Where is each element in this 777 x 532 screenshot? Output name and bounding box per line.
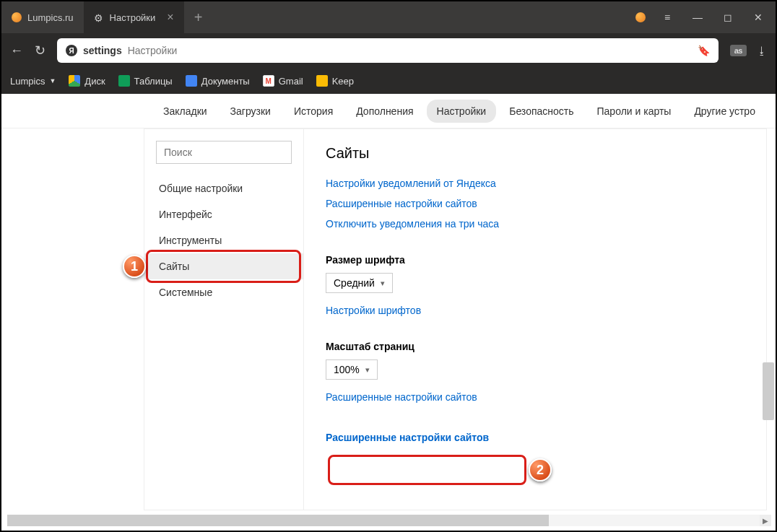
nav-downloads[interactable]: Загрузки: [220, 100, 281, 123]
window-titlebar: Lumpics.ru Настройки × + ≡ — ◻ ✕: [1, 1, 776, 33]
zoom-select[interactable]: 100%: [326, 359, 378, 380]
sidebar-item-general[interactable]: Общие настройки: [144, 175, 303, 201]
font-size-label: Размер шрифта: [326, 254, 745, 266]
sidebar-search[interactable]: [156, 141, 292, 164]
zoom-label: Масштаб страниц: [326, 341, 745, 352]
font-size-value: Средний: [334, 277, 375, 289]
zoom-value: 100%: [334, 364, 360, 375]
window-maximize-icon[interactable]: ◻: [719, 12, 737, 23]
tab-close-icon[interactable]: ×: [167, 11, 173, 24]
bookmark-label: Документы: [201, 76, 250, 87]
drive-icon: [69, 75, 80, 87]
bookmark-docs[interactable]: Документы: [186, 75, 250, 87]
nav-passwords[interactable]: Пароли и карты: [587, 100, 682, 123]
nav-bookmarks[interactable]: Закладки: [153, 100, 217, 123]
lastfm-extension-icon[interactable]: as: [730, 45, 747, 56]
settings-main-panel: Сайты Настройки уведомлений от Яндекса Р…: [304, 128, 767, 510]
gear-icon: [94, 12, 104, 22]
link-disable-notifications[interactable]: Отключить уведомления на три часа: [326, 214, 745, 234]
link-yandex-notifications[interactable]: Настройки уведомлений от Яндекса: [326, 173, 745, 193]
reload-button-icon[interactable]: ↻: [35, 43, 45, 58]
tab-settings[interactable]: Настройки ×: [84, 1, 184, 33]
downloads-icon[interactable]: ⭳: [757, 45, 767, 56]
nav-addons[interactable]: Дополнения: [346, 100, 423, 123]
link-font-settings[interactable]: Настройки шрифтов: [326, 300, 745, 320]
content-area: Общие настройки Интерфейс Инструменты Са…: [10, 128, 767, 510]
section-heading: Сайты: [326, 145, 745, 162]
sheets-icon: [118, 75, 130, 87]
tab-lumpics[interactable]: Lumpics.ru: [1, 1, 84, 33]
link-advanced-site-settings-top[interactable]: Расширенные настройки сайтов: [326, 193, 745, 214]
bookmark-label: Lumpics: [10, 76, 45, 87]
docs-icon: [186, 75, 197, 87]
bookmark-label: Таблицы: [134, 76, 173, 87]
sidebar-item-interface[interactable]: Интерфейс: [144, 201, 303, 227]
bookmark-label: Диск: [84, 76, 105, 87]
new-tab-button[interactable]: +: [184, 9, 213, 26]
link-advanced-site-settings-bold[interactable]: Расширенные настройки сайтов: [326, 427, 489, 448]
bookmark-lumpics[interactable]: Lumpics ▼: [10, 76, 56, 87]
sidebar-item-sites[interactable]: Сайты: [144, 253, 303, 279]
keep-icon: [316, 75, 328, 87]
annotation-marker-2: 2: [529, 458, 552, 481]
window-minimize-icon[interactable]: —: [689, 12, 706, 23]
bookmark-keep[interactable]: Keep: [316, 75, 354, 87]
back-button-icon[interactable]: ←: [10, 43, 23, 58]
address-input[interactable]: Я settings Настройки 🔖: [57, 38, 719, 63]
sidebar-item-system[interactable]: Системные: [144, 279, 303, 305]
vertical-scrollbar[interactable]: [763, 362, 774, 420]
horizontal-scrollbar[interactable]: [7, 515, 549, 526]
nav-settings[interactable]: Настройки: [427, 100, 497, 123]
site-favicon-icon: [12, 12, 22, 22]
annotation-marker-1: 1: [123, 255, 146, 278]
bookmark-label: Keep: [332, 76, 354, 87]
bookmark-sheets[interactable]: Таблицы: [118, 75, 173, 87]
bookmark-gmail[interactable]: M Gmail: [263, 75, 303, 87]
settings-sidebar: Общие настройки Интерфейс Инструменты Са…: [144, 128, 304, 510]
settings-nav-tabs: Закладки Загрузки История Дополнения Нас…: [1, 94, 776, 128]
gmail-icon: M: [263, 75, 274, 87]
sidebar-item-tools[interactable]: Инструменты: [144, 227, 303, 253]
bookmark-label: Gmail: [279, 76, 303, 87]
address-prefix: settings: [83, 45, 122, 56]
tab-label: Lumpics.ru: [27, 12, 74, 23]
bookmarks-bar: Lumpics ▼ Диск Таблицы Документы M Gmail…: [1, 68, 776, 94]
link-advanced-site-settings-mid[interactable]: Расширенные настройки сайтов: [326, 387, 745, 407]
bookmark-icon[interactable]: 🔖: [698, 45, 710, 56]
profile-avatar-icon[interactable]: [635, 12, 646, 22]
window-close-icon[interactable]: ✕: [750, 12, 767, 23]
font-size-select[interactable]: Средний: [326, 273, 393, 293]
yandex-icon: Я: [66, 45, 77, 56]
search-input[interactable]: [164, 147, 284, 158]
tab-label: Настройки: [110, 12, 156, 23]
bookmark-disk[interactable]: Диск: [69, 75, 105, 87]
nav-history[interactable]: История: [284, 100, 343, 123]
nav-other[interactable]: Другие устро: [684, 100, 765, 123]
chevron-down-icon: ▼: [49, 77, 56, 84]
address-text: Настройки: [128, 45, 178, 56]
menu-icon[interactable]: ≡: [659, 12, 676, 23]
address-toolbar: ← ↻ Я settings Настройки 🔖 as ⭳: [1, 33, 776, 68]
nav-security[interactable]: Безопасность: [499, 100, 583, 123]
scroll-right-arrow-icon[interactable]: ▶: [760, 515, 771, 526]
